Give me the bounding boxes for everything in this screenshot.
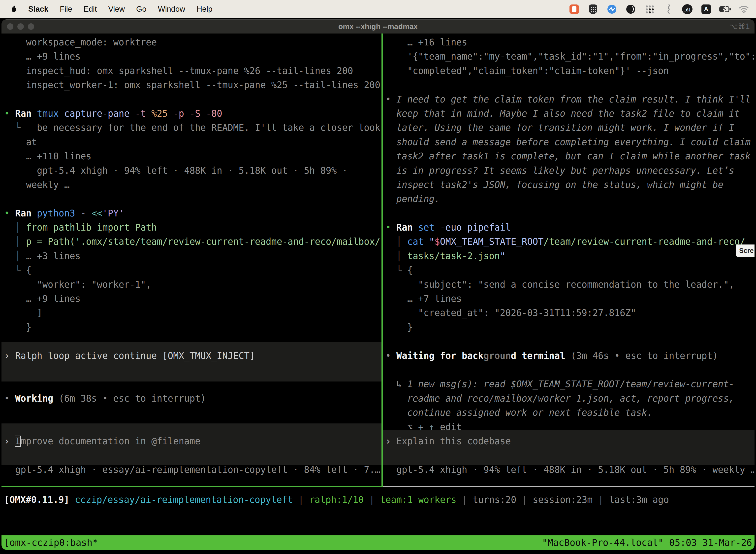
terminal-line: • Ran set -euo pipefail xyxy=(385,220,755,234)
terminal-line: pending. xyxy=(385,192,755,206)
terminal-line: ⌥ + ↑ edit xyxy=(385,420,755,434)
terminal-line: … +9 lines xyxy=(4,49,381,63)
terminal-line: … +110 lines xyxy=(4,149,381,163)
terminal-line: continue assigned work or next feasible … xyxy=(385,405,755,420)
terminal-line: "created_at": "2026-03-31T11:59:27.816Z" xyxy=(385,306,755,320)
left-pane-rows: workspace_mode: worktree … +9 lines insp… xyxy=(1,34,381,477)
terminal-line: is in progress? It seems likely but perh… xyxy=(385,164,755,178)
terminal-line: later. Using the same for transition mig… xyxy=(385,121,755,135)
terminal-line: workspace_mode: worktree xyxy=(4,35,381,49)
terminal-line: └ be necessary for the end of the README… xyxy=(4,121,381,135)
terminal-line: gpt-5.4 xhigh · essay/ai-reimplementatio… xyxy=(4,463,381,477)
terminal-line: } xyxy=(385,320,755,334)
terminal-line xyxy=(4,363,381,377)
terminal-line: • Ran python3 - <<'PY' xyxy=(4,206,381,220)
terminal-line xyxy=(385,363,755,377)
terminal-line: › Explain this codebase xyxy=(385,434,755,448)
terminal-line: • I need to get the claim token from the… xyxy=(385,92,755,107)
terminal-line: weekly … xyxy=(4,178,381,192)
terminal-line: • Waiting for background terminal (3m 46… xyxy=(385,349,755,363)
sync-blue-circle-icon[interactable] xyxy=(606,3,618,15)
window-title: omx --xhigh --madmax xyxy=(1,19,755,34)
terminal-line: │ p = Path('.omx/state/team/review-curre… xyxy=(4,234,381,249)
terminal-line: inspect_worker-1: omx sparkshell --tmux-… xyxy=(4,78,381,92)
right-pane-bottom-border xyxy=(383,486,755,487)
chat-app-icon[interactable] xyxy=(568,3,580,15)
wifi-icon[interactable] xyxy=(738,3,750,15)
terminal-line: "subject": "send a concise recommendatio… xyxy=(385,277,755,292)
menu-bar: Slack File Edit View Go Window Help ..61… xyxy=(0,0,756,18)
terminal-line xyxy=(4,420,381,434)
left-pane-bottom-border xyxy=(1,486,381,487)
terminal-line: │ cat "$OMX_TEAM_STATE_ROOT/team/review-… xyxy=(385,234,755,249)
terminal-line xyxy=(4,92,381,107)
terminal-line xyxy=(4,192,381,206)
terminal-line: } xyxy=(4,320,381,334)
terminal-line: › Ralph loop active continue [OMX_TMUX_I… xyxy=(4,349,381,363)
menu-item-edit[interactable]: Edit xyxy=(83,5,97,14)
menu-item-file[interactable]: File xyxy=(60,5,72,14)
terminal-line xyxy=(385,206,755,220)
terminal-line: › Improve documentation in @filename xyxy=(4,434,381,448)
omx-status-line: [OMX#0.11.9] cczip/essay/ai-reimplementa… xyxy=(4,493,755,507)
terminal-line xyxy=(385,448,755,462)
terminal-line: "completed","claim_token":"claim-token"}… xyxy=(385,64,755,78)
terminal-line: keep that in mind. Maybe I also need the… xyxy=(385,107,755,121)
terminal-line: "worker": "worker-1", xyxy=(4,277,381,292)
terminal-line: gpt-5.4 xhigh · 94% left · 488K in · 5.1… xyxy=(4,164,381,178)
apple-menu-icon[interactable] xyxy=(10,5,17,13)
terminal-line xyxy=(4,334,381,348)
tmux-pane-left[interactable]: workspace_mode: worktree … +9 lines insp… xyxy=(1,34,381,486)
terminal-line: • Working (6m 38s • esc to interrupt) xyxy=(4,391,381,405)
right-pane-rows: … +16 lines '{"team_name":"my-team","tas… xyxy=(383,34,755,477)
terminal-line: inspect task2's JSON, focusing on the st… xyxy=(385,178,755,192)
menu-item-go[interactable]: Go xyxy=(136,5,146,14)
terminal-line: │ … +3 lines xyxy=(4,249,381,263)
terminal-line: │ from pathlib import Path xyxy=(4,220,381,234)
window-titlebar[interactable]: omx --xhigh --madmax ⌥⌘1 xyxy=(1,19,755,34)
squiggle-icon[interactable] xyxy=(663,3,674,15)
terminal-line: • Ran tmux capture-pane -t %25 -p -S -80 xyxy=(4,107,381,121)
terminal-line: at xyxy=(4,135,381,149)
tmux-session-label: [omx-cczip0:bash* xyxy=(4,537,98,548)
terminal-line: readme-and-reco/mailbox/worker-1.json, a… xyxy=(385,391,755,405)
terminal-line: … +9 lines xyxy=(4,292,381,306)
badge-61-icon[interactable]: ..61 xyxy=(682,3,693,15)
tmux-pane-right[interactable]: … +16 lines '{"team_name":"my-team","tas… xyxy=(383,34,755,486)
terminal-line xyxy=(385,78,755,92)
terminal-line: └ { xyxy=(4,263,381,277)
terminal-line: ] xyxy=(4,306,381,320)
screen-tooltip: Scre xyxy=(736,244,755,257)
window-shortcut-badge: ⌥⌘1 xyxy=(729,19,750,34)
battery-charging-icon[interactable] xyxy=(719,3,731,15)
terminal-line: gpt-5.4 xhigh · 94% left · 488K in · 5.1… xyxy=(385,463,755,477)
keyboard-a-icon[interactable]: A xyxy=(700,3,712,15)
terminal-line xyxy=(385,334,755,348)
terminal-line: … +7 lines xyxy=(385,292,755,306)
terminal-window: omx --xhigh --madmax ⌥⌘1 workspace_mode:… xyxy=(1,19,755,550)
tmux-status-bar[interactable]: [omx-cczip0:bash* "MacBook-Pro-44.local"… xyxy=(1,535,755,550)
menu-item-window[interactable]: Window xyxy=(158,5,185,14)
terminal-line: └ { xyxy=(385,263,755,277)
terminal-line: ↳ 1 new msg(s): read $OMX_TEAM_STATE_ROO… xyxy=(385,377,755,391)
menu-item-view[interactable]: View xyxy=(108,5,125,14)
terminal-line xyxy=(4,448,381,462)
terminal-line: … +16 lines xyxy=(385,35,755,49)
menu-app-name[interactable]: Slack xyxy=(28,5,48,14)
tmux-host-time-label: "MacBook-Pro-44.local" 05:03 31-Mar-26 xyxy=(542,537,752,548)
menu-item-help[interactable]: Help xyxy=(197,5,212,14)
terminal-line: inspect_hud: omx sparkshell --tmux-pane … xyxy=(4,64,381,78)
terminal-line xyxy=(4,377,381,391)
terminal-line: task2 after task1 is complete, but can I… xyxy=(385,149,755,163)
dots-grid-icon[interactable] xyxy=(644,3,655,15)
shield-grid-icon[interactable] xyxy=(587,3,599,15)
terminal-line: '{"team_name":"my-team","task_id":"1","f… xyxy=(385,49,755,63)
terminal-line: │ tasks/task-2.json" xyxy=(385,249,755,263)
moon-circle-icon[interactable] xyxy=(625,3,636,15)
terminal-line: should send a message before completing … xyxy=(385,135,755,149)
terminal-line xyxy=(4,405,381,420)
